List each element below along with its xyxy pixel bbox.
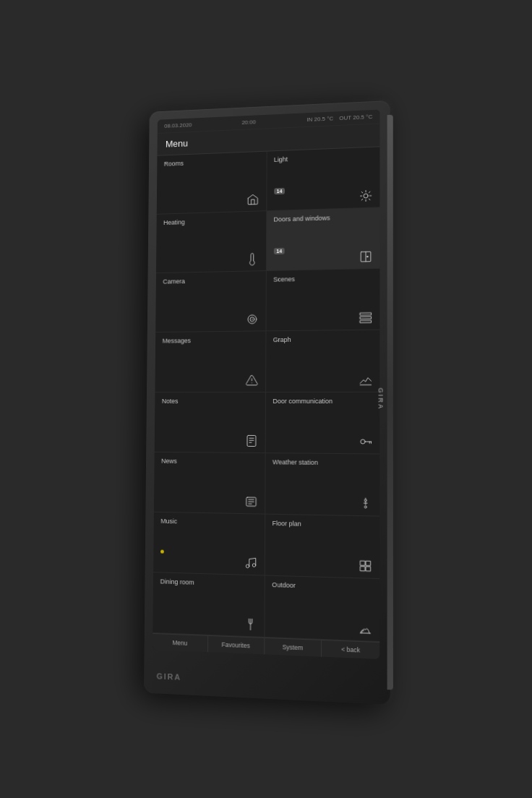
news-label: News [161,457,257,466]
music-active-dot [160,549,164,553]
weather-label: Weather station [273,458,372,467]
menu-row-3: Camera Scenes [155,269,379,332]
light-icon [274,189,373,205]
outdoor-label: Outdoor [272,581,372,592]
scenes-label: Scenes [273,274,372,283]
svg-point-36 [364,506,366,508]
menu-cell-news[interactable]: News [154,452,265,513]
menu-row-7: Music Floor plan [153,512,379,579]
menu-cell-heating[interactable]: Heating [156,211,267,273]
menu-cell-floorplan[interactable]: Floor plan [265,514,379,578]
temp-out: OUT 20.5 °C [339,113,372,121]
svg-point-11 [367,257,369,258]
svg-line-7 [361,199,363,200]
music-label: Music [160,518,257,527]
menu-cell-outdoor[interactable]: Outdoor [265,575,379,641]
svg-rect-16 [360,317,371,319]
rooms-label: Rooms [164,157,259,168]
gira-edge-label: GIRA [377,387,384,410]
alert-icon [162,374,258,387]
menu-cell-weather[interactable]: Weather station [265,453,380,516]
menu-cell-rooms[interactable]: Rooms [157,152,267,214]
menu-cell-graph[interactable]: Graph [266,330,380,392]
light-label: Light [274,153,372,164]
menu-cell-messages[interactable]: Messages [155,332,266,392]
camera-label: Camera [163,276,258,286]
news-icon [161,494,257,508]
svg-line-8 [369,192,370,193]
svg-point-38 [252,563,255,567]
menu-row-2: Heating Doors and windows 14 [156,207,379,273]
floorplan-icon [272,557,372,572]
svg-rect-17 [360,321,371,323]
screen: 08.03.2020 20:00 IN 20.5 °C OUT 20.5 °C … [153,110,379,659]
graph-label: Graph [273,335,372,344]
notes-label: Notes [162,398,258,406]
svg-rect-20 [246,435,255,446]
svg-point-24 [361,439,365,444]
svg-rect-39 [361,561,365,565]
messages-label: Messages [163,337,258,346]
svg-rect-15 [360,313,371,315]
gira-brand-label: GIRA [157,672,182,682]
home-icon [163,193,259,209]
menu-row-1: Rooms Light 14 [157,147,380,215]
menu-row-6: News Weather station [154,452,379,516]
menu-row-4: Messages Graph [155,330,379,392]
menu-row-8: Dining room Outdoor [153,572,379,642]
menu-cell-dining[interactable]: Dining room [153,572,265,637]
svg-point-14 [252,319,252,320]
menu-cell-light[interactable]: Light 14 [267,147,380,210]
svg-point-0 [364,194,368,198]
status-temps: IN 20.5 °C OUT 20.5 °C [306,113,372,123]
panel-device: GIRA 08.03.2020 20:00 IN 20.5 °C OUT 20.… [144,100,390,705]
heating-label: Heating [163,216,259,226]
svg-line-4 [369,199,370,200]
svg-line-3 [361,192,363,193]
nav-system[interactable]: System [265,638,322,657]
camera-icon [163,313,258,327]
door-comm-label: Door communication [273,397,372,405]
menu-cell-scenes[interactable]: Scenes [266,269,379,331]
svg-rect-41 [361,566,365,570]
menu-cell-notes[interactable]: Notes [155,392,266,452]
key-icon [273,434,372,448]
svg-rect-40 [366,561,370,565]
status-time: 20:00 [241,119,256,126]
menu-cell-door-comm[interactable]: Door communication [265,392,379,453]
status-date: 08.03.2020 [164,121,192,129]
menu-cell-camera[interactable]: Camera [155,271,266,332]
outdoor-icon [272,619,372,636]
dining-icon [160,614,257,631]
menu-cell-music[interactable]: Music [153,512,265,575]
music-icon [160,554,257,570]
menu-row-5: Notes Door communication [155,392,380,454]
nav-menu[interactable]: Menu [153,634,208,652]
menu-grid: Rooms Light 14 Heating [153,147,379,642]
floorplan-label: Floor plan [273,520,372,530]
door-icon [273,250,372,265]
nav-back[interactable]: < back [322,640,379,659]
weather-icon [273,495,372,510]
temp-in: IN 20.5 °C [306,115,333,123]
light-badge: 14 [274,188,286,194]
svg-rect-42 [366,567,370,571]
notes-icon [161,434,257,447]
scenes-icon [273,312,372,326]
menu-title: Menu [166,138,188,150]
graph-icon [273,373,372,387]
doors-label: Doors and windows [274,213,373,224]
svg-point-37 [246,565,249,568]
svg-line-44 [361,633,371,634]
thermometer-icon [163,253,259,268]
dining-label: Dining room [160,578,257,588]
doors-badge: 14 [273,248,285,254]
menu-cell-doors[interactable]: Doors and windows 14 [266,207,379,270]
nav-favourites[interactable]: Favourites [208,636,265,654]
